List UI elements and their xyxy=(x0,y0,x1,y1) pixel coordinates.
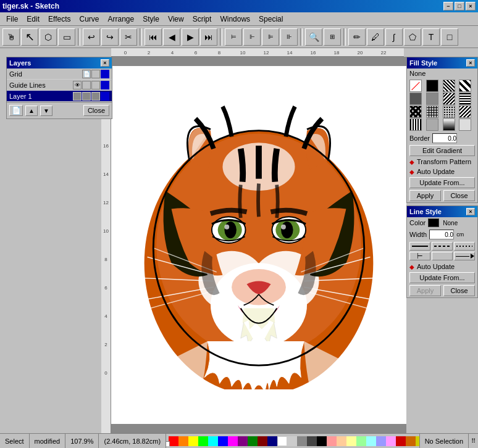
tool-align1[interactable]: ⊨ xyxy=(225,28,242,46)
swatch-pattern1[interactable] xyxy=(443,80,455,92)
grid-btn2[interactable] xyxy=(91,70,100,78)
palette-lightmagenta[interactable] xyxy=(386,436,396,446)
swatch-cross1[interactable] xyxy=(409,106,422,118)
menu-windows[interactable]: Windows xyxy=(216,14,254,25)
palette-red[interactable] xyxy=(169,436,178,446)
menu-file[interactable]: File xyxy=(2,14,22,25)
swatch-dots1[interactable] xyxy=(443,106,455,118)
swatch-none[interactable] xyxy=(409,80,422,92)
minimize-button[interactable]: − xyxy=(443,2,453,10)
palette-lightblue[interactable] xyxy=(376,436,386,446)
line-close-button[interactable]: Close xyxy=(443,285,475,296)
update-from-button[interactable]: Update From... xyxy=(409,177,475,188)
palette-dark-green[interactable] xyxy=(248,436,258,446)
swatch-checker1[interactable] xyxy=(459,106,471,118)
menu-arrange[interactable]: Arrange xyxy=(104,14,138,25)
menu-curve[interactable]: Curve xyxy=(76,14,103,25)
tool-zoom-glass[interactable]: 🔍 xyxy=(305,28,322,46)
palette-maroon[interactable] xyxy=(258,436,267,446)
tool-undo[interactable]: ↩ xyxy=(83,28,100,46)
tool-node[interactable]: ⬡ xyxy=(40,28,57,46)
palette-cyan[interactable] xyxy=(208,436,218,446)
layer-row-1[interactable]: Layer 1 xyxy=(7,91,112,102)
menu-edit[interactable]: Edit xyxy=(23,14,43,25)
tool-next-page[interactable]: ⏭ xyxy=(200,28,217,46)
edit-gradient-button[interactable]: Edit Gradient xyxy=(409,145,475,156)
line-update-from-button[interactable]: Update From... xyxy=(409,272,475,283)
menu-effects[interactable]: Effects xyxy=(44,14,74,25)
tool-grid[interactable]: ⊞ xyxy=(324,28,341,46)
menu-special[interactable]: Special xyxy=(255,14,287,25)
palette-white[interactable] xyxy=(277,436,287,446)
fill-apply-button[interactable]: Apply xyxy=(409,190,441,201)
menu-script[interactable]: Script xyxy=(189,14,216,25)
swatch-grid1[interactable] xyxy=(426,106,438,118)
layer1-btn3[interactable] xyxy=(91,92,100,101)
swatch-light1[interactable] xyxy=(459,118,471,131)
line-style-dashed[interactable] xyxy=(432,242,453,251)
tool-next[interactable]: ▶ xyxy=(182,28,199,46)
guides-btn2[interactable] xyxy=(82,81,91,89)
palette-pink1[interactable] xyxy=(327,436,337,446)
swatch-black[interactable] xyxy=(426,80,438,92)
swatch-pattern4[interactable] xyxy=(459,93,471,105)
tool-prev[interactable]: ◀ xyxy=(163,28,180,46)
tool-pointer[interactable]: 🖱 xyxy=(2,28,20,46)
grid-btn1[interactable]: 📄 xyxy=(82,70,91,78)
maximize-button[interactable]: □ xyxy=(455,2,464,10)
layer-row-grid[interactable]: Grid 📄 xyxy=(7,68,112,80)
drawing-canvas[interactable] xyxy=(111,66,406,424)
tool-text[interactable]: T xyxy=(422,28,440,46)
palette-magenta[interactable] xyxy=(228,436,238,446)
palette-black[interactable] xyxy=(317,436,327,446)
palette-green[interactable] xyxy=(198,436,208,446)
palette-yellow[interactable] xyxy=(188,436,198,446)
palette-peach[interactable] xyxy=(337,436,346,446)
tool-align2[interactable]: ⊩ xyxy=(243,28,261,46)
tool-cut[interactable]: ✂ xyxy=(120,28,137,46)
swatch-grad1[interactable] xyxy=(443,118,455,131)
fill-close-button[interactable]: Close xyxy=(443,190,475,201)
palette-blue[interactable] xyxy=(218,436,228,446)
palette-darkred[interactable] xyxy=(396,436,406,446)
palette-purple[interactable] xyxy=(238,436,248,446)
line-cap-round[interactable] xyxy=(432,252,453,260)
layer-close-btn[interactable]: Close xyxy=(83,105,109,116)
close-button[interactable]: × xyxy=(466,2,476,10)
swatch-vert1[interactable] xyxy=(409,118,422,131)
border-input[interactable] xyxy=(432,133,457,143)
swatch-pattern2[interactable] xyxy=(459,80,471,92)
layer-row-guides[interactable]: Guide Lines 👁 xyxy=(7,80,112,91)
layer1-btn1[interactable] xyxy=(73,92,82,101)
palette-lightgreen[interactable] xyxy=(356,436,366,446)
layer1-btn2[interactable] xyxy=(82,92,91,101)
swatch-gray2[interactable] xyxy=(426,93,438,105)
line-apply-button[interactable]: Apply xyxy=(409,285,441,296)
tool-redo[interactable]: ↪ xyxy=(101,28,119,46)
tool-prev-page[interactable]: ⏮ xyxy=(145,28,162,46)
menu-style[interactable]: Style xyxy=(139,14,163,25)
tool-align4[interactable]: ⊪ xyxy=(280,28,298,46)
line-cap-butt[interactable]: ⊢ xyxy=(409,252,430,260)
swatch-gray1[interactable] xyxy=(409,93,422,105)
guides-btn3[interactable] xyxy=(91,81,100,89)
layer-up-btn[interactable]: ▲ xyxy=(25,106,38,116)
line-color-swatch[interactable] xyxy=(428,218,439,227)
tool-align3[interactable]: ⊫ xyxy=(262,28,279,46)
tool-extra[interactable]: □ xyxy=(441,28,458,46)
resize-grip[interactable]: ⠿ xyxy=(468,434,478,449)
tool-select-arrow[interactable]: ↖ xyxy=(21,28,38,46)
tool-shape[interactable]: ⬠ xyxy=(404,28,421,46)
tool-select-rect[interactable]: ▭ xyxy=(58,28,75,46)
line-panel-close[interactable]: × xyxy=(466,208,475,215)
swatch-pattern3[interactable] xyxy=(443,93,455,105)
fill-panel-close[interactable]: × xyxy=(466,59,475,67)
swatch-gray3[interactable] xyxy=(426,118,438,131)
palette-navy[interactable] xyxy=(267,436,277,446)
canvas-area[interactable] xyxy=(111,57,406,433)
tool-bezier[interactable]: ∫ xyxy=(385,28,403,46)
tool-pencil[interactable]: ✏ xyxy=(348,28,366,46)
palette-gray[interactable] xyxy=(297,436,307,446)
palette-lightgray[interactable] xyxy=(287,436,297,446)
guides-eye[interactable]: 👁 xyxy=(73,81,82,89)
